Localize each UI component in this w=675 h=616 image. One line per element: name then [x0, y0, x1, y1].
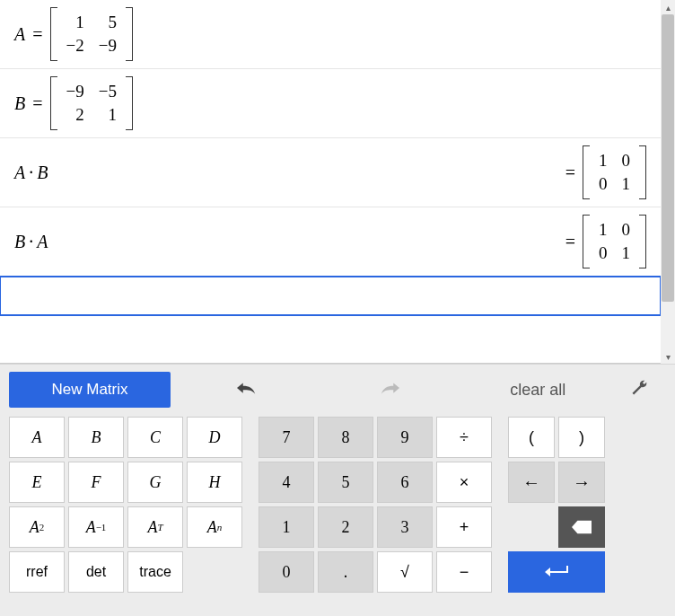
equals-sign: = [32, 93, 42, 114]
expression-row[interactable]: B = −9−5 21 [0, 69, 661, 138]
key-1[interactable]: 1 [259, 506, 314, 548]
key-power-n[interactable]: An [187, 506, 242, 548]
key-plus[interactable]: + [436, 506, 492, 548]
key-multiply[interactable]: × [436, 462, 492, 503]
expression-row[interactable]: B·A = 10 01 [0, 207, 661, 277]
expression-row-active[interactable] [0, 276, 661, 316]
matrix-literal: 15 −2−9 [50, 7, 133, 61]
key-4[interactable]: 4 [259, 462, 314, 503]
key-6[interactable]: 6 [377, 462, 433, 503]
undo-icon [232, 380, 258, 396]
result-matrix: 10 01 [583, 215, 646, 268]
key-divide[interactable]: ÷ [436, 417, 492, 458]
key-H[interactable]: H [187, 462, 242, 503]
keypad-panel: New Matrix clear all A B C D E F G H A2 … [0, 364, 675, 616]
settings-button[interactable] [612, 379, 666, 400]
expression-row[interactable]: A = 15 −2−9 [0, 0, 661, 69]
key-left[interactable]: ← [508, 462, 555, 503]
key-E[interactable]: E [9, 462, 65, 503]
key-rref[interactable]: rref [9, 551, 65, 593]
expression-result: = 10 01 [562, 215, 646, 268]
key-transpose[interactable]: AT [127, 506, 183, 548]
key-open-paren[interactable]: ( [508, 417, 555, 458]
undo-button[interactable] [172, 373, 317, 408]
key-G[interactable]: G [127, 462, 183, 503]
key-decimal[interactable]: . [318, 551, 373, 593]
scroll-down-icon[interactable]: ▾ [661, 349, 675, 364]
key-2[interactable]: 2 [318, 506, 373, 548]
key-enter[interactable] [508, 551, 605, 593]
expression-list: A = 15 −2−9 B = −9−5 21 [0, 0, 661, 364]
scrollbar[interactable]: ▴ ▾ [661, 0, 675, 364]
expression-text: A·B [14, 163, 48, 183]
clear-all-button[interactable]: clear all [466, 374, 610, 407]
redo-button [319, 373, 463, 408]
matrix-literal: −9−5 21 [50, 76, 133, 130]
key-trace[interactable]: trace [127, 551, 183, 593]
scroll-up-icon[interactable]: ▴ [661, 0, 675, 14]
key-0[interactable]: 0 [259, 551, 314, 593]
key-A[interactable]: A [9, 417, 65, 458]
expression-row[interactable]: A·B = 10 01 [0, 138, 661, 207]
key-5[interactable]: 5 [318, 462, 373, 503]
wrench-icon [630, 379, 648, 397]
key-8[interactable]: 8 [318, 417, 373, 458]
equals-sign: = [32, 24, 42, 45]
backspace-icon [572, 520, 592, 534]
variable-name: A [14, 24, 25, 45]
key-C[interactable]: C [127, 417, 183, 458]
key-7[interactable]: 7 [259, 417, 314, 458]
key-B[interactable]: B [68, 417, 124, 458]
scrollbar-thumb[interactable] [662, 14, 674, 302]
result-matrix: 10 01 [583, 145, 646, 199]
key-inverse[interactable]: A−1 [68, 506, 124, 548]
key-backspace[interactable] [558, 506, 605, 548]
key-F[interactable]: F [68, 462, 124, 503]
key-sqrt[interactable]: √ [377, 551, 433, 593]
key-square[interactable]: A2 [9, 506, 65, 548]
letter-keys: A B C D E F G H A2 A−1 AT An rref det tr… [9, 417, 242, 593]
expression-result: = 10 01 [562, 145, 646, 199]
number-keys: 7 8 9 ÷ 4 5 6 × 1 2 3 + 0 . √ − [259, 417, 492, 593]
redo-icon [379, 380, 404, 396]
key-det[interactable]: det [68, 551, 124, 593]
expression-text: B·A [14, 232, 48, 252]
key-D[interactable]: D [187, 417, 242, 458]
key-close-paren[interactable]: ) [558, 417, 605, 458]
key-minus[interactable]: − [436, 551, 492, 593]
nav-keys: ( ) ← → [508, 417, 605, 593]
key-9[interactable]: 9 [377, 417, 433, 458]
enter-icon [545, 566, 568, 578]
key-right[interactable]: → [558, 462, 605, 503]
key-3[interactable]: 3 [377, 506, 433, 548]
variable-name: B [14, 93, 25, 114]
new-matrix-button[interactable]: New Matrix [9, 372, 171, 408]
